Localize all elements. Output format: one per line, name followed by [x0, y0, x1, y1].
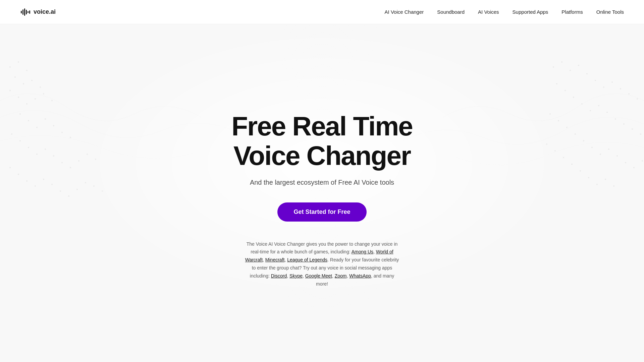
hero-subtitle: And the largest ecosystem of Free AI Voi…: [250, 179, 394, 186]
logo-text: voice.ai: [34, 8, 56, 15]
link-among-us[interactable]: Among Us: [352, 249, 373, 254]
svg-rect-91: [28, 11, 29, 13]
nav-soundboard[interactable]: Soundboard: [437, 9, 465, 15]
link-google-meet[interactable]: Google Meet: [305, 273, 332, 279]
svg-rect-90: [26, 10, 27, 14]
nav-ai-voice-changer[interactable]: AI Voice Changer: [385, 9, 424, 15]
svg-rect-89: [24, 8, 25, 16]
link-zoom[interactable]: Zoom: [335, 273, 347, 279]
link-minecraft[interactable]: Minecraft: [265, 257, 285, 262]
link-league-of-legends[interactable]: League of Legends: [287, 257, 327, 262]
nav-online-tools[interactable]: Online Tools: [596, 9, 624, 15]
hero-title: Free Real Time Voice Changer: [231, 112, 413, 171]
link-whatsapp[interactable]: WhatsApp: [349, 273, 371, 279]
cta-button[interactable]: Get Started for Free: [277, 202, 366, 222]
logo-icon: [20, 7, 31, 17]
link-discord[interactable]: Discord: [271, 273, 287, 279]
navbar: voice.ai AI Voice Changer Soundboard AI …: [0, 0, 644, 24]
hero-section: Free Real Time Voice Changer And the lar…: [0, 24, 644, 362]
link-skype[interactable]: Skype: [289, 273, 303, 279]
nav-links: AI Voice Changer Soundboard AI Voices Su…: [385, 9, 624, 15]
svg-rect-88: [22, 9, 23, 15]
svg-rect-87: [21, 11, 22, 13]
logo-link[interactable]: voice.ai: [20, 7, 56, 17]
svg-rect-92: [29, 10, 30, 14]
hero-description: The Voice AI Voice Changer gives you the…: [245, 240, 399, 288]
nav-ai-voices[interactable]: AI Voices: [478, 9, 499, 15]
nav-platforms[interactable]: Platforms: [561, 9, 583, 15]
nav-supported-apps[interactable]: Supported Apps: [513, 9, 548, 15]
